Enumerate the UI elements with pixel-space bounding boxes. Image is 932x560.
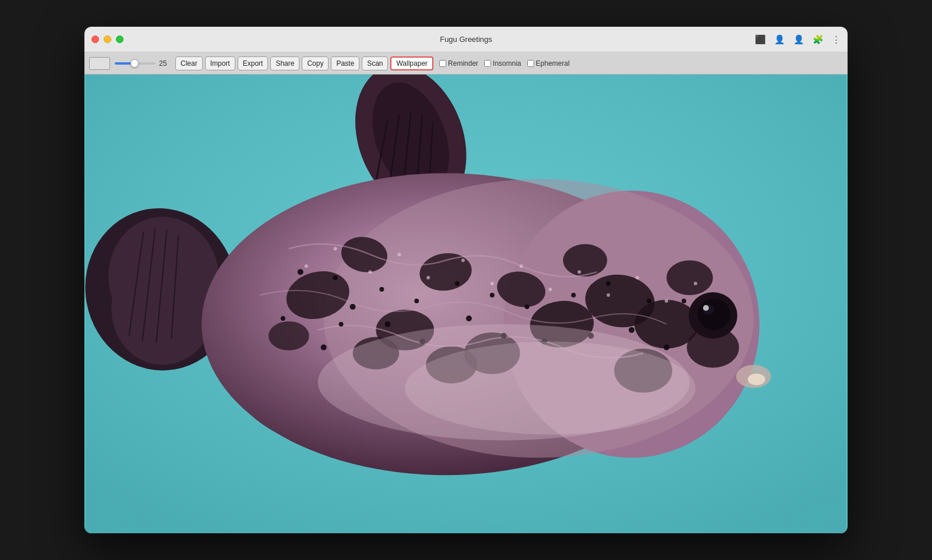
toolbar: 25 Clear Import Export Share Copy Paste … xyxy=(84,52,848,75)
svg-point-45 xyxy=(466,316,472,321)
insomnia-checkbox[interactable] xyxy=(484,60,491,67)
extensions-icon[interactable]: 🧩 xyxy=(813,34,824,45)
svg-point-73 xyxy=(426,276,430,279)
export-button[interactable]: Export xyxy=(238,56,269,70)
svg-point-32 xyxy=(666,260,713,295)
svg-point-79 xyxy=(606,293,610,297)
menu-icon[interactable]: ⋮ xyxy=(832,34,841,45)
svg-point-46 xyxy=(490,293,495,297)
svg-point-59 xyxy=(321,345,327,350)
svg-point-66 xyxy=(748,374,765,385)
fish-image xyxy=(84,75,848,533)
scan-button[interactable]: Scan xyxy=(362,56,388,70)
content-area xyxy=(84,75,848,533)
brush-size-slider[interactable] xyxy=(115,62,156,65)
svg-point-58 xyxy=(281,316,285,321)
svg-point-75 xyxy=(490,282,494,285)
color-swatch[interactable] xyxy=(89,57,110,70)
svg-point-44 xyxy=(455,281,460,286)
svg-point-82 xyxy=(694,282,697,285)
svg-point-56 xyxy=(682,299,686,303)
ephemeral-label[interactable]: Ephemeral xyxy=(527,59,570,68)
svg-point-36 xyxy=(269,321,309,350)
paste-button[interactable]: Paste xyxy=(331,56,359,70)
svg-point-41 xyxy=(384,321,390,327)
svg-point-77 xyxy=(549,288,552,291)
ephemeral-text: Ephemeral xyxy=(536,59,570,68)
svg-point-37 xyxy=(298,269,303,275)
svg-point-71 xyxy=(368,270,372,274)
maximize-button[interactable] xyxy=(116,36,123,43)
svg-point-28 xyxy=(563,244,608,277)
svg-point-81 xyxy=(665,299,668,303)
reminder-text: Reminder xyxy=(448,59,478,68)
app-window: Fugu Greetings ⬛ 👤 👤 🧩 ⋮ 25 Clear Import… xyxy=(84,27,848,533)
insomnia-label[interactable]: Insomnia xyxy=(484,59,521,68)
minimize-button[interactable] xyxy=(104,36,111,43)
import-button[interactable]: Import xyxy=(205,56,235,70)
fish-svg xyxy=(84,75,848,533)
traffic-lights xyxy=(91,36,123,43)
share-button[interactable]: Share xyxy=(270,56,299,70)
insomnia-text: Insomnia xyxy=(493,59,521,68)
svg-point-78 xyxy=(578,270,581,274)
svg-point-69 xyxy=(305,264,308,268)
svg-point-40 xyxy=(379,287,384,292)
svg-point-62 xyxy=(698,299,730,330)
svg-point-74 xyxy=(461,258,465,262)
checkbox-group: Reminder Insomnia Ephemeral xyxy=(439,59,570,68)
reminder-label[interactable]: Reminder xyxy=(439,59,478,68)
svg-point-80 xyxy=(636,276,639,279)
reminder-checkbox[interactable] xyxy=(439,60,446,67)
svg-point-39 xyxy=(350,304,356,310)
close-button[interactable] xyxy=(91,36,99,43)
svg-point-70 xyxy=(334,247,337,250)
svg-point-38 xyxy=(333,275,338,280)
account-circle-icon[interactable]: 👤 xyxy=(793,34,804,45)
slider-container: 25 xyxy=(115,59,171,68)
svg-point-60 xyxy=(339,322,344,327)
svg-point-54 xyxy=(647,299,651,303)
svg-point-76 xyxy=(520,264,523,268)
copy-button[interactable]: Copy xyxy=(302,56,329,70)
svg-point-64 xyxy=(703,305,709,311)
svg-point-55 xyxy=(663,345,669,350)
wallpaper-button[interactable]: Wallpaper xyxy=(390,56,433,70)
slider-value: 25 xyxy=(159,59,171,68)
svg-point-42 xyxy=(414,299,419,303)
svg-point-53 xyxy=(629,327,634,333)
document-icon[interactable]: ⬛ xyxy=(755,34,766,45)
svg-point-68 xyxy=(405,342,696,435)
svg-point-48 xyxy=(525,304,529,309)
titlebar: Fugu Greetings ⬛ 👤 👤 🧩 ⋮ xyxy=(84,27,848,52)
person-icon[interactable]: 👤 xyxy=(774,34,785,45)
ephemeral-checkbox[interactable] xyxy=(527,60,534,67)
svg-point-72 xyxy=(397,253,401,256)
svg-point-52 xyxy=(606,281,610,286)
window-title: Fugu Greetings xyxy=(440,35,492,44)
titlebar-icons: ⬛ 👤 👤 🧩 ⋮ xyxy=(755,34,841,45)
clear-button[interactable]: Clear xyxy=(175,56,203,70)
svg-point-50 xyxy=(571,293,576,297)
